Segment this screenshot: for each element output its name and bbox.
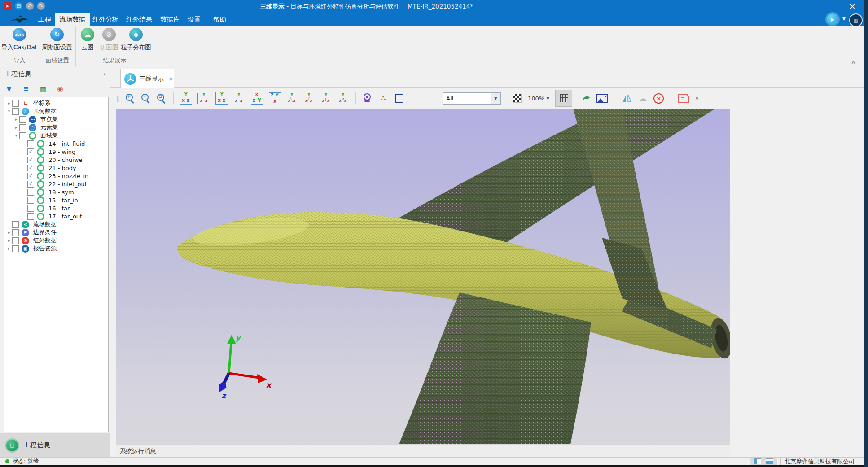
tab-close-icon[interactable]: × — [168, 75, 173, 82]
tree-checkbox[interactable] — [12, 100, 19, 107]
rotate-iso-2-icon[interactable]: Y╱xz — [303, 93, 315, 104]
menu-item-ir-analysis[interactable]: 红外分析 — [88, 13, 123, 26]
grid-view-icon[interactable]: ▦ — [38, 83, 48, 94]
tree-expander-icon[interactable]: ▸ — [6, 238, 12, 243]
tree-item[interactable]: ▸ ⋯ 节点集 — [4, 115, 108, 123]
ribbon-collapse-icon[interactable]: ∧ — [850, 59, 856, 65]
tree-expander-icon[interactable]: ▾ — [13, 133, 19, 138]
tree-item[interactable]: ▸ ⊛ 红外数据 — [4, 236, 108, 244]
filter-icon[interactable]: ▼ — [4, 83, 14, 94]
tree-item[interactable]: 17 - far_out — [4, 212, 108, 220]
tree-checkbox[interactable] — [27, 197, 34, 204]
tree-item[interactable]: ▸ ⚑ 边界条件 — [4, 228, 108, 236]
grid-toggle-button[interactable] — [555, 90, 572, 107]
tree-checkbox[interactable] — [12, 229, 19, 236]
import-cas-dat-button[interactable]: cas 导入Cas/Dat — [0, 28, 38, 52]
tree-item[interactable]: ▾ △ 几何数据 — [4, 107, 108, 115]
tree-checkbox[interactable] — [12, 221, 19, 228]
quick-view-icon[interactable]: ▶ — [827, 13, 838, 25]
tree-checkbox[interactable] — [12, 245, 19, 252]
toolbar-drag-handle[interactable]: ∥ — [116, 95, 119, 102]
tree-item[interactable]: ✓ 23 - nozzle_in — [4, 172, 108, 180]
cloud-compare-icon[interactable]: ☁ — [638, 92, 648, 104]
menu-item-help[interactable]: 帮助 — [209, 13, 231, 26]
rotate-iso-1-icon[interactable]: Y╲zx — [286, 93, 298, 104]
tree-item[interactable]: ▸ ▣ 报告资源 — [4, 244, 108, 253]
target-icon[interactable]: ◉ — [55, 83, 66, 94]
menu-item-flow-data[interactable]: 流场数据 — [55, 13, 90, 26]
manual-icon[interactable]: ▥ — [849, 13, 863, 27]
clear-scene-icon[interactable]: × — [653, 92, 664, 104]
tree-checkbox[interactable] — [27, 213, 34, 220]
tree-checkbox[interactable] — [12, 108, 19, 115]
view-right-icon[interactable]: Yzx — [233, 93, 245, 104]
minimize-button[interactable]: — — [797, 0, 818, 13]
layout-left-panel-icon[interactable] — [754, 458, 761, 464]
save-view-icon[interactable] — [678, 96, 689, 103]
viewport-3d[interactable]: y x z — [116, 109, 730, 444]
dropdown-caret-icon[interactable]: ▼ — [842, 17, 846, 21]
tree-checkbox[interactable] — [19, 124, 26, 131]
perspective-camera-icon[interactable] — [363, 93, 373, 104]
particle-trace-icon[interactable]: ∴ — [378, 92, 388, 104]
tree-item[interactable]: < 流场数据 — [4, 220, 108, 228]
menu-item-database[interactable]: 数据库 — [156, 13, 184, 26]
tree-checkbox[interactable]: ✓ — [27, 173, 34, 179]
restore-button[interactable] — [820, 0, 841, 13]
view-left-icon[interactable]: Yxz — [215, 92, 228, 105]
tree-item[interactable]: ✓ 20 - chuiwei — [4, 156, 108, 164]
tree-expander-icon[interactable]: ▸ — [13, 117, 19, 122]
list-settings-icon[interactable]: ≡ — [21, 83, 31, 94]
tree-checkbox[interactable]: ✓ — [27, 165, 34, 171]
tree-item[interactable]: 16 - far — [4, 204, 108, 212]
box-select-icon[interactable] — [394, 92, 404, 104]
particle-distribution-button[interactable]: ◈ 粒子分布图 — [117, 28, 155, 52]
view-top-icon[interactable]: xzY — [251, 92, 263, 105]
tree-checkbox[interactable] — [27, 189, 34, 196]
tree-expander-icon[interactable]: ▸ — [13, 125, 19, 130]
tree-checkbox[interactable]: ✓ — [27, 157, 34, 163]
tree-item[interactable]: ▾ 面域集 — [4, 131, 108, 140]
tree-expander-icon[interactable]: ▸ — [6, 246, 12, 251]
tree-expander-icon[interactable]: ▸ — [6, 101, 12, 105]
rotate-iso-3-icon[interactable]: Y↓zx — [320, 93, 332, 104]
view-front-icon[interactable]: Yxz — [180, 92, 192, 105]
menu-item-ir-results[interactable]: 红外结果 — [122, 13, 157, 26]
tree-checkbox[interactable] — [19, 132, 26, 139]
rotate-iso-4-icon[interactable]: Y↗zx — [338, 93, 349, 104]
zoom-fit-icon[interactable]: ▫ — [157, 93, 167, 103]
layout-bottom-panel-icon[interactable] — [766, 458, 773, 464]
close-button[interactable]: × — [842, 0, 863, 13]
tree-checkbox[interactable] — [27, 205, 34, 212]
menu-item-project[interactable]: 工程 — [34, 13, 56, 26]
more-caret-icon[interactable]: ∨ — [695, 96, 699, 101]
tree-checkbox[interactable] — [12, 237, 19, 244]
panel-collapse-icon[interactable]: ‹ — [103, 70, 106, 78]
tree-checkbox[interactable]: ✓ — [27, 148, 34, 155]
tree-expander-icon[interactable]: ▾ — [6, 109, 12, 113]
tree-item[interactable]: ▸ ◌ 元素集 — [4, 123, 108, 131]
zoom-out-icon[interactable]: − — [141, 93, 151, 103]
view-bottom-icon[interactable]: ZYx — [269, 92, 281, 105]
zoom-in-icon[interactable]: + — [125, 93, 135, 103]
tree-item[interactable]: ✓ 19 - wing — [4, 148, 108, 156]
transparency-icon[interactable] — [512, 92, 522, 104]
project-info-bottom-tab[interactable]: ▢ 工程信息 — [0, 433, 110, 457]
tree-checkbox[interactable] — [27, 140, 34, 147]
combo-caret-icon[interactable]: ▼ — [491, 93, 500, 104]
tree-item[interactable]: ▸ ∟ 坐标系 — [4, 99, 108, 107]
tree-item[interactable]: 14 - int_fluid — [4, 140, 108, 148]
tree-expander-icon[interactable]: ▸ — [6, 230, 12, 235]
tab-3d-display[interactable]: 三维显示 × — [120, 69, 174, 88]
tree-checkbox[interactable] — [19, 116, 26, 123]
tree-item[interactable]: 18 - sym — [4, 188, 108, 196]
view-back-icon[interactable]: Yzx — [197, 93, 210, 104]
tree-item[interactable]: ✓ 21 - body — [4, 164, 108, 172]
zoom-level-dropdown[interactable]: 100%▼ — [528, 95, 549, 102]
display-filter-select[interactable]: All ▼ — [443, 92, 501, 105]
snapshot-icon[interactable] — [596, 94, 608, 103]
mirror-icon[interactable] — [622, 92, 632, 104]
tree-checkbox[interactable]: ✓ — [27, 181, 34, 188]
export-arrow-icon[interactable] — [581, 92, 591, 104]
menu-item-settings[interactable]: 设置 — [183, 13, 205, 26]
